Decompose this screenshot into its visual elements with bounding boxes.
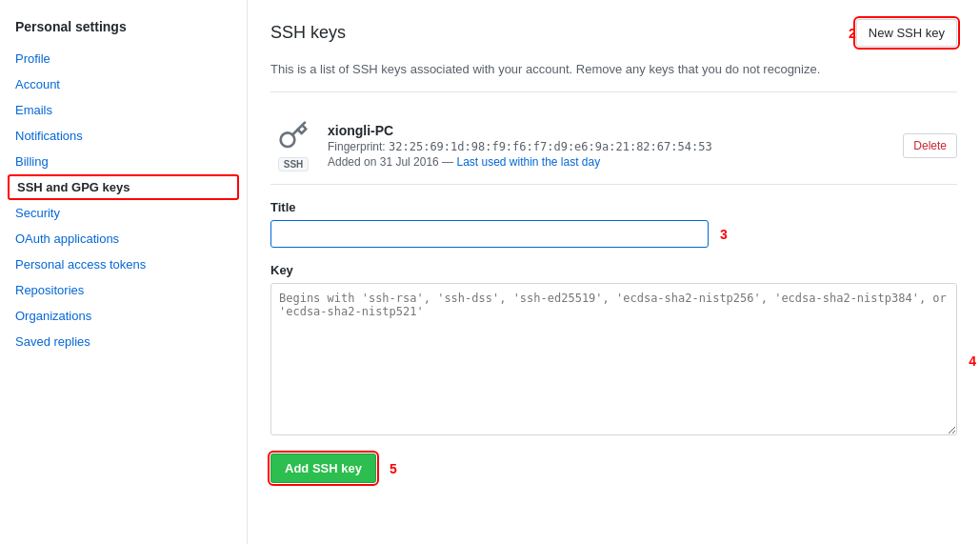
annotation-4: 4	[969, 353, 976, 369]
section-header: SSH keys 2 New SSH key	[270, 19, 957, 47]
added-text: Added on 31 Jul 2016 —	[328, 155, 453, 169]
ssh-badge: SSH	[278, 157, 310, 171]
fingerprint-label: Fingerprint:	[328, 140, 386, 153]
sidebar-item-billing[interactable]: Billing	[0, 149, 247, 174]
add-ssh-key-button[interactable]: Add SSH key	[270, 453, 376, 483]
sidebar: Personal settings Profile Account Emails…	[0, 0, 248, 544]
last-used-link[interactable]: Last used within the last day	[456, 155, 600, 169]
sidebar-item-account[interactable]: Account	[0, 71, 247, 97]
key-hostname: xiongli-PC	[328, 123, 903, 138]
sidebar-item-profile[interactable]: Profile	[0, 46, 247, 71]
ssh-key-entry: SSH xiongli-PC Fingerprint: 32:25:69:1d:…	[270, 108, 957, 185]
annotation-2: 2	[849, 26, 856, 41]
ssh-key-icon-wrapper: SSH	[270, 123, 316, 169]
title-input[interactable]	[270, 220, 709, 248]
title-label: Title	[270, 200, 957, 214]
new-ssh-key-button[interactable]: New SSH key	[856, 19, 957, 47]
sidebar-item-notifications[interactable]: Notifications	[0, 123, 247, 149]
key-textarea[interactable]	[270, 283, 957, 435]
description-text: This is a list of SSH keys associated wi…	[270, 62, 957, 92]
key-icon	[278, 120, 309, 151]
sidebar-item-organizations[interactable]: Organizations	[0, 303, 247, 329]
bottom-actions: Add SSH key 5	[270, 453, 957, 483]
key-fingerprint: Fingerprint: 32:25:69:1d:98:f9:f6:f7:d9:…	[328, 140, 903, 153]
fingerprint-value: 32:25:69:1d:98:f9:f6:f7:d9:e6:9a:21:82:6…	[389, 140, 712, 153]
key-label: Key	[270, 263, 957, 277]
page-title: SSH keys	[270, 23, 346, 43]
key-added: Added on 31 Jul 2016 — Last used within …	[328, 155, 903, 169]
sidebar-item-emails[interactable]: Emails	[0, 97, 247, 123]
title-form-group: Title 3	[270, 200, 957, 248]
sidebar-item-security[interactable]: Security	[0, 200, 247, 226]
header-actions: 2 New SSH key	[843, 19, 957, 47]
key-info: xiongli-PC Fingerprint: 32:25:69:1d:98:f…	[328, 123, 903, 169]
sidebar-item-repositories[interactable]: Repositories	[0, 277, 247, 303]
sidebar-item-oauth-applications[interactable]: OAuth applications	[0, 226, 247, 252]
key-form-group: Key 4	[270, 263, 957, 438]
delete-key-button[interactable]: Delete	[903, 133, 957, 158]
annotation-5: 5	[390, 461, 397, 476]
main-content: SSH keys 2 New SSH key This is a list of…	[248, 0, 980, 544]
sidebar-item-ssh-gpg-keys[interactable]: SSH and GPG keys	[8, 174, 239, 200]
sidebar-title: Personal settings	[0, 19, 247, 46]
sidebar-item-personal-access-tokens[interactable]: Personal access tokens	[0, 252, 247, 277]
sidebar-item-saved-replies[interactable]: Saved replies	[0, 329, 247, 354]
annotation-3: 3	[720, 227, 728, 242]
